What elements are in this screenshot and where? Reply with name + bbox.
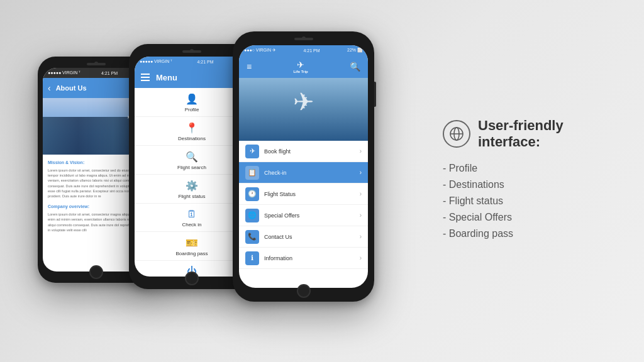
carrier3: ●●●○ VIRGIN ✈ bbox=[244, 48, 276, 53]
book-flight-chevron: › bbox=[360, 148, 362, 155]
time: 4:21 PM bbox=[101, 71, 118, 75]
feature-profile: - Profile bbox=[443, 163, 619, 174]
left-home-button[interactable] bbox=[89, 265, 103, 279]
app-name: Life Trip bbox=[293, 70, 308, 74]
right-phone-speaker bbox=[294, 38, 313, 40]
right-status-bar: ●●●○ VIRGIN ✈ 4:21 PM 22% ⬜ bbox=[239, 45, 368, 55]
information-app-icon: ℹ bbox=[245, 251, 259, 265]
scene: ●●●●● VIRGIN ᵀ 4:21 PM ⬜ ‹ About Us ✈ Mi… bbox=[0, 0, 644, 362]
app-hamburger-icon[interactable]: ≡ bbox=[247, 62, 252, 72]
menu-item-check-in[interactable]: 🗓 Check in bbox=[135, 204, 249, 232]
information-chevron: › bbox=[360, 255, 362, 261]
feature-boarding-pass: - Boarding pass bbox=[443, 228, 619, 239]
phones-wrapper: ●●●●● VIRGIN ᵀ 4:21 PM ⬜ ‹ About Us ✈ Mi… bbox=[19, 0, 415, 362]
battery3: 22% ⬜ bbox=[347, 48, 363, 53]
app-hero-image: ✈ bbox=[239, 78, 368, 141]
menu-line-1 bbox=[141, 74, 150, 75]
app-menu-contact[interactable]: 📞 Contact Us › bbox=[239, 226, 368, 248]
app-menu-special-offers[interactable]: 🌐 Special Offers › bbox=[239, 205, 368, 226]
flight-status-icon: ⚙️ bbox=[186, 180, 198, 192]
hamburger-icon[interactable] bbox=[141, 74, 150, 81]
right-phone-screen: ●●●○ VIRGIN ✈ 4:21 PM 22% ⬜ ≡ ✈ Life Tri… bbox=[239, 45, 368, 288]
feature-destinations: - Destinations bbox=[443, 179, 619, 190]
app-search-icon[interactable]: 🔍 bbox=[350, 62, 360, 72]
special-offers-app-label: Special Offers bbox=[264, 212, 360, 219]
menu-item-flight-search[interactable]: 🔍 Flight search bbox=[135, 146, 249, 175]
book-flight-label: Book flight bbox=[264, 148, 360, 155]
middle-home-button[interactable] bbox=[185, 272, 199, 285]
time2: 4:21 PM bbox=[197, 60, 214, 64]
profile-icon: 👤 bbox=[186, 93, 198, 105]
boarding-icon: 🎫 bbox=[186, 237, 198, 249]
left-phone-speaker bbox=[87, 63, 106, 65]
flight-status-chevron: › bbox=[360, 190, 362, 197]
menu-line-3 bbox=[141, 80, 150, 81]
phone-right: ●●●○ VIRGIN ✈ 4:21 PM 22% ⬜ ≡ ✈ Life Tri… bbox=[233, 31, 374, 302]
information-app-label: Information bbox=[264, 255, 360, 261]
middle-status-bar: ●●●●● VIRGIN ᵀ 4:21 PM ⬜ bbox=[135, 57, 249, 67]
app-logo-plane-icon: ✈ bbox=[297, 60, 304, 70]
features-title: User-friendly interface: bbox=[478, 118, 619, 150]
feature-special-offers: - Special Offers bbox=[443, 212, 619, 223]
check-in-chevron: › bbox=[360, 169, 362, 176]
check-in-app-label: Check-in bbox=[264, 170, 360, 176]
feature-flight-status: - Flight status bbox=[443, 195, 619, 207]
contact-app-icon: 📞 bbox=[245, 230, 259, 244]
app-logo: ✈ Life Trip bbox=[293, 60, 308, 74]
right-home-button[interactable] bbox=[297, 284, 311, 298]
flight-search-label: Flight search bbox=[177, 165, 206, 170]
app-hero-plane: ✈ bbox=[293, 87, 314, 116]
back-icon[interactable]: ‹ bbox=[48, 83, 51, 93]
menu-line-2 bbox=[141, 77, 150, 78]
flight-search-icon: 🔍 bbox=[186, 151, 198, 163]
features-panel: User-friendly interface: - Profile - Des… bbox=[443, 118, 619, 244]
flight-status-app-label: Flight Status bbox=[264, 191, 360, 197]
contact-app-label: Contact Us bbox=[264, 234, 360, 240]
profile-label: Profile bbox=[185, 107, 199, 112]
check-in-app-icon: 📋 bbox=[245, 166, 259, 180]
menu-item-flight-status[interactable]: ⚙️ Flight status bbox=[135, 175, 249, 204]
menu-header: Menu bbox=[135, 67, 249, 88]
about-us-title: About Us bbox=[56, 84, 87, 92]
time3: 4:21 PM bbox=[303, 48, 319, 53]
middle-phone-speaker bbox=[182, 50, 201, 53]
carrier2: ●●●●● VIRGIN ᵀ bbox=[140, 59, 172, 64]
app-menu-flight-status[interactable]: 🕐 Flight Status › bbox=[239, 184, 368, 205]
carrier: ●●●●● VIRGIN ᵀ bbox=[48, 70, 80, 75]
menu-item-destinations[interactable]: 📍 Destinations bbox=[135, 117, 249, 146]
destinations-label: Destinations bbox=[178, 136, 206, 141]
special-offers-app-icon: 🌐 bbox=[245, 209, 259, 222]
flight-status-label: Flight status bbox=[178, 194, 205, 199]
menu-item-profile[interactable]: 👤 Profile bbox=[135, 88, 249, 117]
destinations-icon: 📍 bbox=[186, 122, 198, 134]
features-interface-icon bbox=[443, 120, 470, 148]
check-in-icon: 🗓 bbox=[187, 209, 197, 220]
contact-chevron: › bbox=[360, 233, 362, 240]
features-header: User-friendly interface: bbox=[443, 118, 619, 150]
menu-title: Menu bbox=[156, 73, 177, 82]
app-menu-check-in[interactable]: 📋 Check-in › bbox=[239, 162, 368, 184]
boarding-label: Boarding pass bbox=[175, 251, 208, 256]
app-menu-book-flight[interactable]: ✈ Book flight › bbox=[239, 141, 368, 162]
middle-phone-screen: ●●●●● VIRGIN ᵀ 4:21 PM ⬜ Menu 👤 Profile bbox=[135, 57, 249, 277]
check-in-label: Check in bbox=[182, 222, 201, 228]
book-flight-icon: ✈ bbox=[245, 145, 259, 158]
flight-status-app-icon: 🕐 bbox=[245, 187, 259, 201]
right-power-button bbox=[374, 82, 376, 107]
menu-item-boarding[interactable]: 🎫 Boarding pass bbox=[135, 232, 249, 261]
app-header: ≡ ✈ Life Trip 🔍 bbox=[239, 55, 368, 78]
special-offers-chevron: › bbox=[360, 212, 362, 219]
features-list: - Profile - Destinations - Flight status… bbox=[443, 163, 619, 239]
app-menu-information[interactable]: ℹ Information › bbox=[239, 248, 368, 269]
